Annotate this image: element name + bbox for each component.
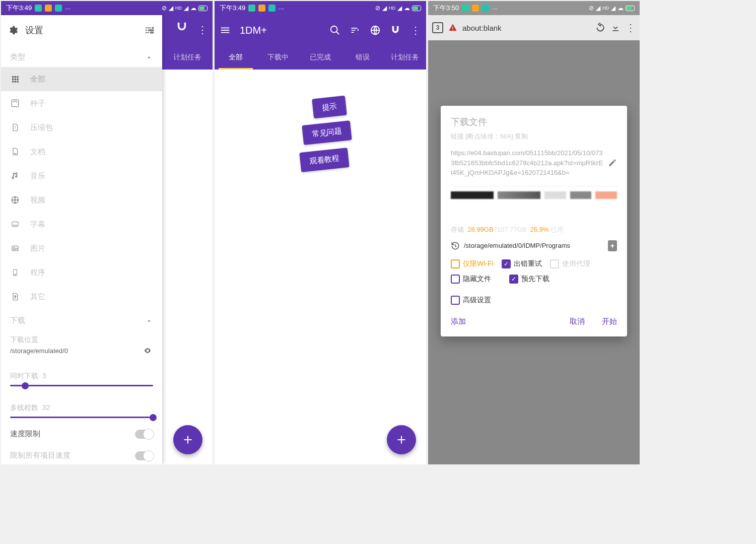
tab-downloading[interactable]: 下载中 xyxy=(257,45,299,70)
subtitle-icon xyxy=(10,219,20,229)
tab-error[interactable]: 错误 xyxy=(341,45,384,70)
slider[interactable] xyxy=(10,385,153,386)
tab-count-button[interactable]: 3 xyxy=(432,22,443,33)
hd-icon: HD xyxy=(602,6,609,11)
globe-icon[interactable] xyxy=(370,25,381,36)
overflow-menu-icon[interactable]: ⋮ xyxy=(626,22,636,34)
battery-icon xyxy=(198,6,208,11)
status-bar: 下午3:49 ··· ⊘ ◢ HD ◢ ☁ xyxy=(215,1,426,15)
signal-icon: ◢ xyxy=(184,5,188,12)
url-bar[interactable]: about:blank xyxy=(462,24,590,32)
cloud-icon: ☁ xyxy=(617,5,624,12)
gear-icon[interactable] xyxy=(8,25,18,35)
bg-tab-label[interactable]: 计划任务 xyxy=(173,53,201,62)
checkbox-proxy: 使用代理 xyxy=(550,259,590,268)
notif-icon xyxy=(35,5,42,12)
svg-rect-3 xyxy=(12,79,14,80)
start-button[interactable]: 开始 xyxy=(602,317,617,326)
svg-rect-8 xyxy=(17,81,18,82)
drawer-item-video[interactable]: 视频 xyxy=(1,188,162,212)
archive-icon xyxy=(10,122,20,132)
reload-icon[interactable] xyxy=(595,23,605,33)
thread-count[interactable]: 多线程数 32 xyxy=(1,398,162,423)
checkbox-predownload[interactable]: ✓预先下载 xyxy=(509,275,549,284)
checkbox-wifi-only[interactable]: 仅限Wi-Fi xyxy=(451,259,494,268)
download-dialog: 下载文件 链接 [断点续传：N/A] 复制 https://e04.baidup… xyxy=(441,106,627,336)
chevron-up-icon xyxy=(145,317,153,325)
status-time: 下午3:49 xyxy=(6,4,32,13)
no-sim-icon: ⊘ xyxy=(375,5,380,12)
svg-point-14 xyxy=(15,201,16,202)
svg-point-13 xyxy=(17,199,18,200)
svg-rect-1 xyxy=(15,76,16,78)
redacted-thumbnails xyxy=(451,191,617,199)
notif-icon xyxy=(462,5,469,12)
tab-scheduled[interactable]: 计划任务 xyxy=(384,45,426,70)
dialog-subtitle: 链接 [断点续传：N/A] 复制 xyxy=(451,132,617,141)
cancel-button[interactable]: 取消 xyxy=(570,317,585,326)
status-bar: 下午3:49 ··· ⊘ ◢ HD ◢ ☁ xyxy=(1,1,213,15)
tab-done[interactable]: 已完成 xyxy=(299,45,341,70)
drawer-item-program[interactable]: 程序 xyxy=(1,260,162,285)
section-header-download[interactable]: 下载 xyxy=(1,309,162,330)
checkbox-hide[interactable]: 隐藏文件 xyxy=(451,275,501,284)
drawer-item-subtitle[interactable]: 字幕 xyxy=(1,212,162,236)
magnet-icon[interactable] xyxy=(176,21,187,32)
notif-icon xyxy=(472,5,479,12)
drawer-item-torrent[interactable]: 种子 xyxy=(1,91,162,115)
slider[interactable] xyxy=(10,417,153,418)
download-icon[interactable] xyxy=(610,23,621,33)
hint-chip-tutorial[interactable]: 观看教程 xyxy=(299,148,350,172)
add-button[interactable]: 添加 xyxy=(451,317,466,326)
no-sim-icon: ⊘ xyxy=(162,5,167,12)
edit-icon[interactable] xyxy=(608,158,617,167)
drawer-header: 设置 xyxy=(1,15,162,45)
browser-bar: 3 about:blank ⋮ xyxy=(428,15,640,40)
drawer-item-all[interactable]: 全部 xyxy=(1,67,162,91)
drawer-item-other[interactable]: ? 其它 xyxy=(1,285,162,309)
overflow-menu-icon[interactable]: ⋮ xyxy=(410,25,421,36)
notif-icon xyxy=(268,5,276,12)
history-icon[interactable] xyxy=(451,241,460,250)
limit-all-toggle[interactable]: 限制所有项目速度 xyxy=(1,445,162,464)
sort-icon[interactable] xyxy=(350,25,361,36)
options-grid: 仅限Wi-Fi ✓出错重试 使用代理 隐藏文件 ✓预先下载 高级设置 xyxy=(451,259,617,305)
drawer-item-image[interactable]: 图片 xyxy=(1,236,162,260)
fab-add-button[interactable] xyxy=(173,425,202,454)
tab-all[interactable]: 全部 xyxy=(215,45,257,70)
signal-icon: ◢ xyxy=(397,5,402,12)
status-time: 下午3:50 xyxy=(433,4,459,13)
speed-limit-toggle[interactable]: 速度限制 xyxy=(1,423,162,445)
checkbox-retry[interactable]: ✓出错重试 xyxy=(502,259,542,268)
music-icon xyxy=(10,171,20,181)
tune-icon[interactable] xyxy=(144,25,155,36)
add-folder-icon[interactable]: + xyxy=(608,240,617,251)
toggle-switch[interactable] xyxy=(135,430,153,439)
menu-icon[interactable] xyxy=(220,25,231,36)
checkbox-advanced[interactable]: 高级设置 xyxy=(451,296,491,305)
notif-icon xyxy=(55,5,62,12)
svg-rect-2 xyxy=(17,76,18,78)
toggle-switch[interactable] xyxy=(135,451,153,460)
drawer-item-music[interactable]: 音乐 xyxy=(1,164,162,188)
notif-icon xyxy=(482,5,489,12)
overflow-menu-icon[interactable]: ⋮ xyxy=(197,24,208,36)
hint-chip-faq[interactable]: 常见问题 xyxy=(302,120,352,145)
download-location[interactable]: 下载位置 /storage/emulated/0 xyxy=(1,330,162,360)
tabs-bar: 全部 下载中 已完成 错误 计划任务 xyxy=(215,45,426,70)
hint-chip-tips[interactable]: 提示 xyxy=(312,96,347,119)
section-header-type[interactable]: 类型 xyxy=(1,45,162,67)
search-icon[interactable] xyxy=(329,25,340,36)
svg-rect-16 xyxy=(12,222,18,226)
concurrent-downloads[interactable]: 同时下载 3 xyxy=(1,367,162,391)
settings-title: 设置 xyxy=(25,24,43,36)
download-list-empty: 提示 常见问题 观看教程 xyxy=(215,70,426,464)
settings-drawer: 设置 类型 全部 种子 压缩包 文档 音乐 视频 xyxy=(1,15,162,464)
eye-icon[interactable] xyxy=(142,347,153,355)
magnet-icon[interactable] xyxy=(390,25,401,36)
drawer-item-archive[interactable]: 压缩包 xyxy=(1,115,162,140)
fab-add-button[interactable] xyxy=(387,425,416,454)
hd-icon: HD xyxy=(175,6,182,11)
drawer-item-doc[interactable]: 文档 xyxy=(1,140,162,164)
save-path-row[interactable]: /storage/emulated/0/IDMP/Programs + xyxy=(451,240,617,251)
